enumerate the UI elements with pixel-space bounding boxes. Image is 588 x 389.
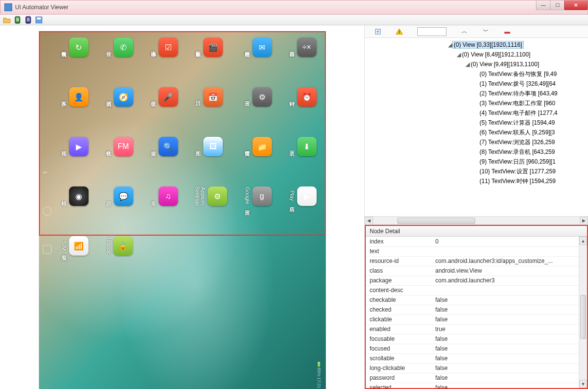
app-item[interactable]: 图库🖼 bbox=[195, 133, 227, 160]
app-icon: ✆ bbox=[114, 37, 133, 57]
node-detail-panel: Node Detail index0textresource-idcom.and… bbox=[365, 225, 588, 389]
close-button[interactable]: ✕ bbox=[564, 0, 588, 10]
app-item[interactable]: 拨号✆ bbox=[105, 34, 133, 60]
detail-key: resource-id bbox=[366, 256, 431, 266]
vscroll-thumb[interactable] bbox=[580, 295, 586, 339]
detail-key: text bbox=[366, 246, 431, 256]
tree-node[interactable]: (5) TextView:计算器 [1594,49 bbox=[365, 118, 588, 128]
app-item[interactable]: Google 设置g bbox=[244, 183, 272, 209]
app-item[interactable]: 时钟⏰ bbox=[288, 84, 317, 110]
detail-value: com.android.launcher3 bbox=[431, 276, 587, 285]
detail-value: false bbox=[431, 373, 587, 383]
detail-key: index bbox=[366, 237, 431, 246]
minimize-button[interactable]: — bbox=[536, 0, 551, 10]
detail-value: false bbox=[431, 344, 587, 353]
detail-row: focusablefalse bbox=[366, 334, 587, 344]
device-screenshot[interactable]: ⇽ 备份与恢复↻联系人👤视频▶相机◉SIM卡应用📶拨号✆浏览器🧭收音机FM信息💬… bbox=[39, 31, 326, 389]
app-item[interactable]: 下载⬇ bbox=[288, 133, 317, 160]
tree-node[interactable]: (6) TextView:联系人 [9,259][3 bbox=[365, 128, 588, 137]
app-icon: 🎬 bbox=[203, 37, 223, 57]
app-icon: ▶ bbox=[297, 186, 317, 206]
app-icon: 🖼 bbox=[203, 137, 223, 156]
tree-hscrollbar[interactable]: ◀ ▶ bbox=[365, 216, 588, 224]
app-icon: 📁 bbox=[252, 137, 272, 156]
save-icon[interactable] bbox=[35, 16, 43, 24]
app-item[interactable]: 信息💬 bbox=[105, 183, 133, 209]
window-titlebar: UI Automator Viewer — ☐ ✕ bbox=[0, 0, 588, 15]
app-icon: ⏰ bbox=[297, 87, 317, 107]
app-item[interactable]: 电影工作室🎬 bbox=[195, 34, 227, 60]
hierarchy-tree[interactable]: ◢(0) View [0,33][1920,1116]◢(0) View [8,… bbox=[365, 38, 588, 216]
detail-key: selected bbox=[366, 383, 431, 388]
app-item[interactable]: SIM卡应用📶 bbox=[60, 233, 89, 259]
tree-node[interactable]: (7) TextView:浏览器 [326,259 bbox=[365, 137, 588, 147]
tree-node[interactable]: ◢(0) View [8,49][1912,1100] bbox=[365, 50, 588, 59]
tree-node[interactable]: (4) TextView:电子邮件 [1277,4 bbox=[365, 108, 588, 118]
detail-key: password bbox=[366, 373, 431, 383]
screenshot-panel: ⇽ 备份与恢复↻联系人👤视频▶相机◉SIM卡应用📶拨号✆浏览器🧭收音机FM信息💬… bbox=[0, 25, 365, 389]
app-item[interactable]: 搜索🔍 bbox=[150, 133, 178, 160]
hscroll-thumb[interactable] bbox=[397, 218, 475, 224]
app-item[interactable]: 视频▶ bbox=[60, 133, 89, 160]
node-detail-table: index0textresource-idcom.android.launche… bbox=[366, 237, 587, 388]
tree-node[interactable]: ◢(0) View [9,49][1913,1100] bbox=[365, 59, 588, 69]
open-folder-icon[interactable] bbox=[3, 16, 11, 24]
app-item[interactable]: 备份与恢复↻ bbox=[60, 34, 89, 60]
app-item[interactable]: 设置⚙ bbox=[244, 84, 272, 110]
svg-rect-1 bbox=[16, 18, 19, 21]
detail-vscrollbar[interactable]: ▲ ▼ bbox=[579, 237, 587, 388]
tree-node[interactable]: (11) TextView:时钟 [1594,259 bbox=[365, 176, 588, 186]
scroll-down-icon[interactable]: ▼ bbox=[579, 380, 587, 388]
warning-icon[interactable]: ! bbox=[396, 28, 403, 35]
app-item[interactable]: 文件管理📁 bbox=[244, 133, 272, 160]
detail-row: passwordfalse bbox=[366, 373, 587, 383]
tree-node[interactable]: (3) TextView:电影工作室 [960 bbox=[365, 98, 588, 108]
device-dump-compressed-icon[interactable] bbox=[24, 16, 32, 24]
tree-node[interactable]: (9) TextView:日历 [960,259][1 bbox=[365, 157, 588, 167]
app-item[interactable]: 待办事项☑ bbox=[150, 34, 178, 60]
detail-key: checkable bbox=[366, 295, 431, 305]
app-item[interactable]: 电子邮件✉ bbox=[244, 34, 272, 60]
home-key bbox=[43, 207, 52, 216]
app-item[interactable]: 音乐♫ bbox=[150, 183, 178, 209]
app-item[interactable]: Unlock🔓 bbox=[105, 233, 133, 259]
time-text: 17:21 bbox=[317, 377, 321, 389]
app-item[interactable]: 计算器÷× bbox=[288, 34, 317, 60]
tree-node[interactable]: ◢(0) View [0,33][1920,1116] bbox=[365, 40, 588, 50]
scroll-up-icon[interactable]: ▲ bbox=[579, 237, 587, 245]
tree-node[interactable]: (1) TextView:拨号 [326,49][64 bbox=[365, 79, 588, 89]
device-dump-icon[interactable] bbox=[14, 16, 21, 24]
tree-node[interactable]: (10) TextView:设置 [1277,259 bbox=[365, 167, 588, 176]
detail-key: clickable bbox=[366, 315, 431, 324]
maximize-button[interactable]: ☐ bbox=[550, 0, 565, 10]
scroll-left-icon[interactable]: ◀ bbox=[365, 217, 373, 225]
delete-icon[interactable]: ▬ bbox=[504, 28, 511, 35]
next-match-icon[interactable]: ﹀ bbox=[482, 28, 489, 35]
app-item[interactable]: 相机◉ bbox=[60, 183, 89, 209]
tree-node[interactable]: (0) TextView:备份与恢复 [9,49 bbox=[365, 69, 588, 79]
detail-key: checked bbox=[366, 305, 431, 315]
app-item[interactable]: 浏览器🧭 bbox=[105, 84, 133, 110]
app-icon: ↻ bbox=[69, 37, 89, 57]
svg-rect-3 bbox=[27, 18, 30, 21]
app-icon: ☑ bbox=[159, 37, 178, 57]
tree-toolbar: ! ︿ ﹀ ▬ bbox=[365, 25, 588, 38]
detail-row: scrollablefalse bbox=[366, 353, 587, 363]
tree-node[interactable]: (8) TextView:录音机 [643,259 bbox=[365, 147, 588, 157]
app-item[interactable]: 联系人👤 bbox=[60, 84, 89, 110]
app-item[interactable]: 收音机FM bbox=[105, 133, 133, 160]
app-label: Unlock bbox=[105, 238, 112, 254]
app-item[interactable]: Play 商店▶ bbox=[288, 183, 317, 209]
scroll-right-icon[interactable]: ▶ bbox=[580, 217, 588, 225]
detail-row: classandroid.view.View bbox=[366, 266, 587, 276]
tree-node[interactable]: (2) TextView:待办事项 [643,49 bbox=[365, 89, 588, 98]
tree-search-input[interactable] bbox=[417, 27, 446, 36]
app-item[interactable]: Appium Settings⚙ bbox=[195, 183, 227, 209]
detail-value bbox=[431, 285, 587, 295]
app-item[interactable]: 录音机🎤 bbox=[150, 84, 178, 110]
expand-all-icon[interactable] bbox=[374, 28, 381, 35]
detail-key: scrollable bbox=[366, 353, 431, 363]
prev-match-icon[interactable]: ︿ bbox=[461, 28, 468, 35]
app-icon: g bbox=[252, 186, 272, 206]
app-item[interactable]: 日历📅 bbox=[195, 84, 227, 110]
